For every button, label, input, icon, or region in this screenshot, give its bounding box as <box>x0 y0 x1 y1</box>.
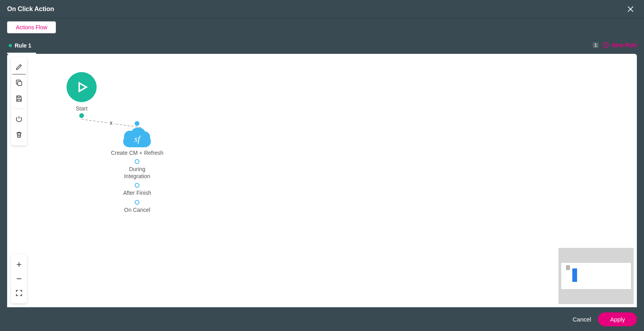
start-node-output-port[interactable] <box>79 113 84 118</box>
minimap-start-indicator <box>566 265 570 270</box>
tab-label: Rule 1 <box>15 42 31 49</box>
sf-sub-label-after: After Finish <box>123 189 151 196</box>
tab-rule-1[interactable]: Rule 1 <box>7 38 36 54</box>
apply-button[interactable]: Apply <box>598 312 637 326</box>
new-rule-label: New Rule <box>612 42 637 48</box>
tabs-list: Rule 1 <box>7 36 36 54</box>
tabs-actions: 1 New Rule <box>593 42 637 49</box>
tabs-row: Rule 1 1 New Rule <box>0 36 644 54</box>
on-click-action-modal: On Click Action Actions Flow Rule 1 1 Ne… <box>0 0 644 331</box>
cancel-button[interactable]: Cancel <box>573 316 591 323</box>
salesforce-action-node[interactable]: sf Create CM + Refresh During Integratio… <box>111 121 164 213</box>
plus-circle-icon <box>602 42 610 49</box>
sf-icon-text: sf <box>122 134 152 144</box>
sf-sub-label-cancel: On Cancel <box>124 206 150 213</box>
sf-sub-label-during: During Integration <box>124 166 150 180</box>
sf-sub-port-cancel[interactable] <box>135 200 139 205</box>
flow-diagram: x Start sf Create CM + Refresh <box>7 54 637 307</box>
start-node-label: Start <box>76 105 88 112</box>
modal-title: On Click Action <box>7 6 54 13</box>
minimap-viewport[interactable] <box>561 263 631 289</box>
minimap-sf-indicator <box>572 268 577 282</box>
flow-canvas[interactable]: x Start sf Create CM + Refresh <box>7 54 637 307</box>
tab-status-dot-icon <box>9 44 12 47</box>
sf-node-sub-list: During Integration After Finish On Cance… <box>123 156 151 213</box>
close-button[interactable] <box>625 4 636 15</box>
new-rule-button[interactable]: New Rule <box>602 42 637 49</box>
sf-sub-port-during[interactable] <box>135 159 139 164</box>
start-node[interactable]: Start <box>67 72 97 118</box>
modal-header: On Click Action <box>0 0 644 18</box>
modal-footer: Cancel Apply <box>0 307 644 331</box>
play-icon <box>74 80 89 94</box>
sf-node-label: Create CM + Refresh <box>111 150 164 156</box>
sf-node-input-port[interactable] <box>135 121 139 126</box>
actions-flow-button[interactable]: Actions Flow <box>7 21 56 33</box>
close-icon <box>626 5 635 13</box>
minimap[interactable] <box>558 248 634 304</box>
toolbar-row: Actions Flow <box>0 18 644 36</box>
salesforce-cloud-icon: sf <box>122 127 152 147</box>
rule-count-badge: 1 <box>593 42 598 48</box>
sf-sub-port-after[interactable] <box>135 183 139 188</box>
start-node-circle[interactable] <box>67 72 97 102</box>
